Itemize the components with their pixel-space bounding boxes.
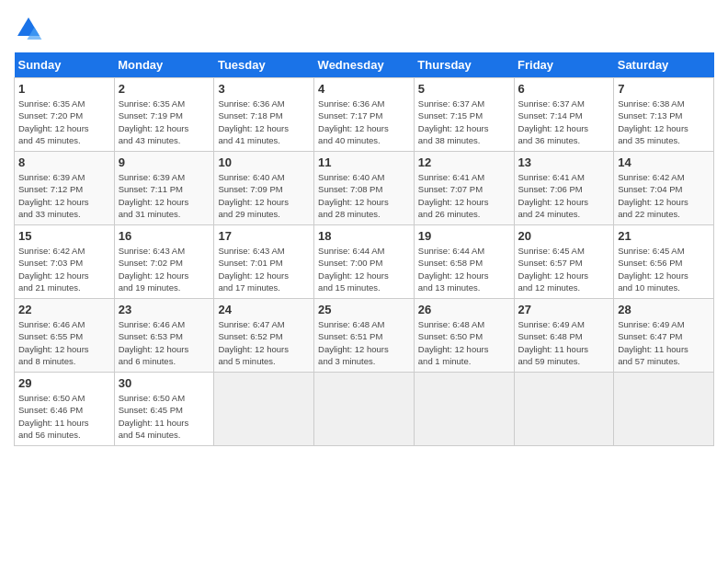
day-info: Sunrise: 6:39 AM Sunset: 7:11 PM Dayligh… xyxy=(119,171,210,220)
day-number: 4 xyxy=(318,82,410,96)
calendar-cell xyxy=(414,373,514,446)
calendar-week-2: 8Sunrise: 6:39 AM Sunset: 7:12 PM Daylig… xyxy=(15,152,714,225)
day-number: 7 xyxy=(618,82,710,96)
day-info: Sunrise: 6:35 AM Sunset: 7:20 PM Dayligh… xyxy=(18,98,110,146)
calendar-cell: 9Sunrise: 6:39 AM Sunset: 7:11 PM Daylig… xyxy=(114,152,214,225)
day-info: Sunrise: 6:44 AM Sunset: 6:58 PM Dayligh… xyxy=(418,245,510,293)
day-number: 2 xyxy=(119,82,210,96)
day-number: 30 xyxy=(119,376,210,390)
day-info: Sunrise: 6:36 AM Sunset: 7:18 PM Dayligh… xyxy=(218,98,310,146)
day-info: Sunrise: 6:49 AM Sunset: 6:47 PM Dayligh… xyxy=(618,318,710,367)
calendar-cell xyxy=(614,373,714,446)
day-info: Sunrise: 6:46 AM Sunset: 6:55 PM Dayligh… xyxy=(18,318,110,367)
calendar-week-5: 29Sunrise: 6:50 AM Sunset: 6:46 PM Dayli… xyxy=(15,373,714,446)
calendar-cell: 29Sunrise: 6:50 AM Sunset: 6:46 PM Dayli… xyxy=(15,373,115,446)
day-number: 9 xyxy=(119,155,210,169)
day-info: Sunrise: 6:45 AM Sunset: 6:56 PM Dayligh… xyxy=(618,245,710,293)
day-number: 29 xyxy=(18,376,110,390)
day-info: Sunrise: 6:48 AM Sunset: 6:50 PM Dayligh… xyxy=(418,318,510,367)
calendar-cell: 15Sunrise: 6:42 AM Sunset: 7:03 PM Dayli… xyxy=(15,225,115,299)
day-number: 17 xyxy=(218,229,310,243)
col-saturday: Saturday xyxy=(614,52,714,78)
calendar-week-3: 15Sunrise: 6:42 AM Sunset: 7:03 PM Dayli… xyxy=(15,225,714,299)
day-number: 22 xyxy=(18,303,110,316)
calendar-cell: 8Sunrise: 6:39 AM Sunset: 7:12 PM Daylig… xyxy=(15,152,115,225)
calendar-cell: 1Sunrise: 6:35 AM Sunset: 7:20 PM Daylig… xyxy=(15,78,115,152)
calendar-cell: 30Sunrise: 6:50 AM Sunset: 6:45 PM Dayli… xyxy=(114,373,214,446)
calendar-cell xyxy=(514,373,614,446)
calendar-cell: 24Sunrise: 6:47 AM Sunset: 6:52 PM Dayli… xyxy=(214,299,314,373)
calendar-cell: 13Sunrise: 6:41 AM Sunset: 7:06 PM Dayli… xyxy=(514,152,614,225)
col-tuesday: Tuesday xyxy=(214,52,314,78)
day-number: 23 xyxy=(119,303,210,316)
day-number: 20 xyxy=(518,229,610,243)
calendar-cell: 26Sunrise: 6:48 AM Sunset: 6:50 PM Dayli… xyxy=(414,299,514,373)
calendar-week-4: 22Sunrise: 6:46 AM Sunset: 6:55 PM Dayli… xyxy=(15,299,714,373)
day-number: 25 xyxy=(318,303,410,316)
col-monday: Monday xyxy=(114,52,214,78)
day-number: 15 xyxy=(18,229,110,243)
day-info: Sunrise: 6:40 AM Sunset: 7:08 PM Dayligh… xyxy=(318,171,410,220)
calendar-cell: 25Sunrise: 6:48 AM Sunset: 6:51 PM Dayli… xyxy=(314,299,415,373)
day-number: 5 xyxy=(418,82,510,96)
day-number: 26 xyxy=(418,303,510,316)
day-info: Sunrise: 6:41 AM Sunset: 7:07 PM Dayligh… xyxy=(418,171,510,220)
calendar-week-1: 1Sunrise: 6:35 AM Sunset: 7:20 PM Daylig… xyxy=(15,78,714,152)
day-number: 13 xyxy=(518,155,610,169)
day-number: 14 xyxy=(618,155,710,169)
day-info: Sunrise: 6:43 AM Sunset: 7:02 PM Dayligh… xyxy=(119,245,210,293)
day-number: 19 xyxy=(418,229,510,243)
day-info: Sunrise: 6:39 AM Sunset: 7:12 PM Dayligh… xyxy=(18,171,110,220)
day-number: 24 xyxy=(218,303,310,316)
calendar-cell: 16Sunrise: 6:43 AM Sunset: 7:02 PM Dayli… xyxy=(114,225,214,299)
calendar-cell: 18Sunrise: 6:44 AM Sunset: 7:00 PM Dayli… xyxy=(314,225,415,299)
calendar-cell: 20Sunrise: 6:45 AM Sunset: 6:57 PM Dayli… xyxy=(514,225,614,299)
day-number: 28 xyxy=(618,303,710,316)
calendar-cell: 28Sunrise: 6:49 AM Sunset: 6:47 PM Dayli… xyxy=(614,299,714,373)
day-number: 16 xyxy=(119,229,210,243)
day-info: Sunrise: 6:44 AM Sunset: 7:00 PM Dayligh… xyxy=(318,245,410,293)
calendar-cell xyxy=(314,373,415,446)
day-info: Sunrise: 6:36 AM Sunset: 7:17 PM Dayligh… xyxy=(318,98,410,146)
calendar-cell: 21Sunrise: 6:45 AM Sunset: 6:56 PM Dayli… xyxy=(614,225,714,299)
day-number: 21 xyxy=(618,229,710,243)
calendar-cell: 17Sunrise: 6:43 AM Sunset: 7:01 PM Dayli… xyxy=(214,225,314,299)
day-info: Sunrise: 6:35 AM Sunset: 7:19 PM Dayligh… xyxy=(119,98,210,146)
day-info: Sunrise: 6:42 AM Sunset: 7:04 PM Dayligh… xyxy=(618,171,710,220)
calendar-cell: 11Sunrise: 6:40 AM Sunset: 7:08 PM Dayli… xyxy=(314,152,415,225)
day-info: Sunrise: 6:50 AM Sunset: 6:45 PM Dayligh… xyxy=(119,392,210,441)
calendar-header: Sunday Monday Tuesday Wednesday Thursday… xyxy=(15,52,714,78)
day-number: 12 xyxy=(418,155,510,169)
calendar-cell: 10Sunrise: 6:40 AM Sunset: 7:09 PM Dayli… xyxy=(214,152,314,225)
day-info: Sunrise: 6:38 AM Sunset: 7:13 PM Dayligh… xyxy=(618,98,710,146)
calendar-body: 1Sunrise: 6:35 AM Sunset: 7:20 PM Daylig… xyxy=(15,78,714,446)
day-number: 8 xyxy=(18,155,110,169)
day-info: Sunrise: 6:42 AM Sunset: 7:03 PM Dayligh… xyxy=(18,245,110,293)
logo xyxy=(14,14,47,43)
logo-icon xyxy=(14,14,43,43)
day-number: 1 xyxy=(18,82,110,96)
day-info: Sunrise: 6:48 AM Sunset: 6:51 PM Dayligh… xyxy=(318,318,410,367)
calendar-cell: 6Sunrise: 6:37 AM Sunset: 7:14 PM Daylig… xyxy=(514,78,614,152)
calendar-table: Sunday Monday Tuesday Wednesday Thursday… xyxy=(14,52,714,446)
day-info: Sunrise: 6:45 AM Sunset: 6:57 PM Dayligh… xyxy=(518,245,610,293)
calendar-cell: 3Sunrise: 6:36 AM Sunset: 7:18 PM Daylig… xyxy=(214,78,314,152)
day-number: 27 xyxy=(518,303,610,316)
day-info: Sunrise: 6:37 AM Sunset: 7:15 PM Dayligh… xyxy=(418,98,510,146)
col-wednesday: Wednesday xyxy=(314,52,415,78)
day-number: 10 xyxy=(218,155,310,169)
day-info: Sunrise: 6:43 AM Sunset: 7:01 PM Dayligh… xyxy=(218,245,310,293)
day-number: 3 xyxy=(218,82,310,96)
day-number: 18 xyxy=(318,229,410,243)
calendar-cell: 22Sunrise: 6:46 AM Sunset: 6:55 PM Dayli… xyxy=(15,299,115,373)
day-number: 6 xyxy=(518,82,610,96)
calendar-cell: 19Sunrise: 6:44 AM Sunset: 6:58 PM Dayli… xyxy=(414,225,514,299)
calendar-cell: 4Sunrise: 6:36 AM Sunset: 7:17 PM Daylig… xyxy=(314,78,415,152)
day-info: Sunrise: 6:40 AM Sunset: 7:09 PM Dayligh… xyxy=(218,171,310,220)
day-info: Sunrise: 6:37 AM Sunset: 7:14 PM Dayligh… xyxy=(518,98,610,146)
col-friday: Friday xyxy=(514,52,614,78)
day-info: Sunrise: 6:41 AM Sunset: 7:06 PM Dayligh… xyxy=(518,171,610,220)
calendar-cell: 12Sunrise: 6:41 AM Sunset: 7:07 PM Dayli… xyxy=(414,152,514,225)
day-info: Sunrise: 6:50 AM Sunset: 6:46 PM Dayligh… xyxy=(18,392,110,441)
page-header xyxy=(14,14,714,43)
